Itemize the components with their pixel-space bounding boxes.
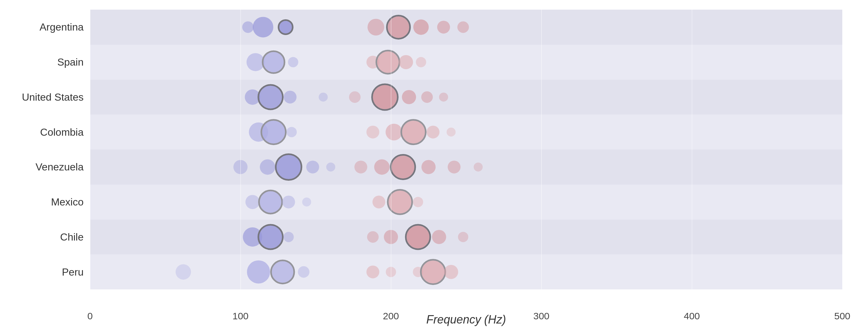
row-stripe-1 (90, 45, 842, 80)
x-tick-300: 300 (533, 310, 550, 322)
row-stripe-5 (90, 185, 842, 220)
row-stripe-4 (90, 150, 842, 185)
country-label-colombia: Colombia (0, 126, 84, 138)
country-label-chile: Chile (0, 231, 84, 243)
row-stripe-0 (90, 10, 842, 45)
row-stripe-2 (90, 80, 842, 115)
x-tick-200: 200 (383, 310, 399, 322)
x-axis-labels: 0100200300400500Frequency (Hz) (90, 290, 842, 328)
grid-line-400 (692, 10, 692, 290)
x-axis-title: Frequency (Hz) (426, 313, 506, 326)
grid-line-0 (90, 10, 90, 290)
grid-line-100 (241, 10, 241, 290)
x-tick-500: 500 (834, 310, 850, 322)
grid-line-300 (541, 10, 542, 290)
x-tick-400: 400 (684, 310, 700, 322)
country-label-peru: Peru (0, 266, 84, 278)
country-label-venezuela: Venezuela (0, 161, 84, 173)
country-label-spain: Spain (0, 56, 84, 68)
grid-line-500 (842, 10, 843, 290)
x-tick-100: 100 (232, 310, 248, 322)
plot-area: ArgentinaSpainUnited StatesColombiaVenez… (90, 10, 842, 290)
row-stripe-6 (90, 220, 842, 255)
chart-container: ArgentinaSpainUnited StatesColombiaVenez… (0, 0, 868, 328)
grid-line-200 (391, 10, 391, 290)
country-label-argentina: Argentina (0, 21, 84, 33)
x-tick-0: 0 (88, 310, 93, 322)
country-label-united-states: United States (0, 91, 84, 103)
row-stripe-7 (90, 255, 842, 290)
country-label-mexico: Mexico (0, 196, 84, 208)
row-stripe-3 (90, 115, 842, 150)
